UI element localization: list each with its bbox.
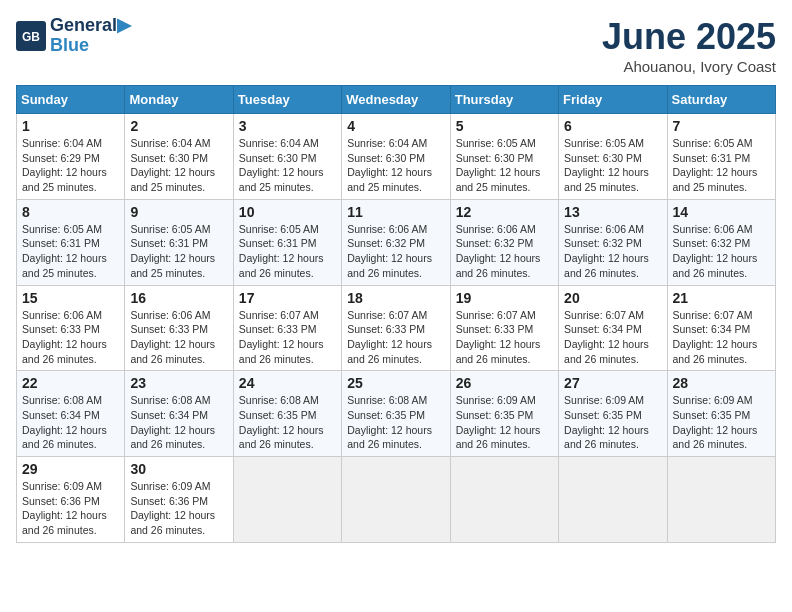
day-info: Sunrise: 6:04 AM Sunset: 6:30 PM Dayligh… (130, 136, 227, 195)
day-number: 26 (456, 375, 553, 391)
day-cell: 30Sunrise: 6:09 AM Sunset: 6:36 PM Dayli… (125, 457, 233, 543)
day-cell: 11Sunrise: 6:06 AM Sunset: 6:32 PM Dayli… (342, 199, 450, 285)
day-cell: 20Sunrise: 6:07 AM Sunset: 6:34 PM Dayli… (559, 285, 667, 371)
day-info: Sunrise: 6:05 AM Sunset: 6:30 PM Dayligh… (456, 136, 553, 195)
day-cell: 10Sunrise: 6:05 AM Sunset: 6:31 PM Dayli… (233, 199, 341, 285)
day-cell: 22Sunrise: 6:08 AM Sunset: 6:34 PM Dayli… (17, 371, 125, 457)
day-cell: 7Sunrise: 6:05 AM Sunset: 6:31 PM Daylig… (667, 114, 775, 200)
day-info: Sunrise: 6:09 AM Sunset: 6:36 PM Dayligh… (22, 479, 119, 538)
day-cell: 23Sunrise: 6:08 AM Sunset: 6:34 PM Dayli… (125, 371, 233, 457)
day-number: 10 (239, 204, 336, 220)
day-info: Sunrise: 6:04 AM Sunset: 6:30 PM Dayligh… (239, 136, 336, 195)
day-cell: 12Sunrise: 6:06 AM Sunset: 6:32 PM Dayli… (450, 199, 558, 285)
day-info: Sunrise: 6:06 AM Sunset: 6:32 PM Dayligh… (673, 222, 770, 281)
week-row-3: 15Sunrise: 6:06 AM Sunset: 6:33 PM Dayli… (17, 285, 776, 371)
day-info: Sunrise: 6:06 AM Sunset: 6:33 PM Dayligh… (130, 308, 227, 367)
day-info: Sunrise: 6:06 AM Sunset: 6:32 PM Dayligh… (564, 222, 661, 281)
day-info: Sunrise: 6:07 AM Sunset: 6:33 PM Dayligh… (239, 308, 336, 367)
week-row-4: 22Sunrise: 6:08 AM Sunset: 6:34 PM Dayli… (17, 371, 776, 457)
day-number: 23 (130, 375, 227, 391)
day-info: Sunrise: 6:08 AM Sunset: 6:34 PM Dayligh… (130, 393, 227, 452)
day-number: 14 (673, 204, 770, 220)
day-cell: 2Sunrise: 6:04 AM Sunset: 6:30 PM Daylig… (125, 114, 233, 200)
day-number: 8 (22, 204, 119, 220)
day-info: Sunrise: 6:06 AM Sunset: 6:32 PM Dayligh… (456, 222, 553, 281)
day-cell: 18Sunrise: 6:07 AM Sunset: 6:33 PM Dayli… (342, 285, 450, 371)
weekday-header: SundayMondayTuesdayWednesdayThursdayFrid… (17, 86, 776, 114)
logo-text: General▶ Blue (50, 16, 131, 56)
day-number: 22 (22, 375, 119, 391)
day-cell: 27Sunrise: 6:09 AM Sunset: 6:35 PM Dayli… (559, 371, 667, 457)
day-info: Sunrise: 6:07 AM Sunset: 6:33 PM Dayligh… (347, 308, 444, 367)
day-cell: 25Sunrise: 6:08 AM Sunset: 6:35 PM Dayli… (342, 371, 450, 457)
calendar: SundayMondayTuesdayWednesdayThursdayFrid… (16, 85, 776, 543)
weekday-header-sunday: Sunday (17, 86, 125, 114)
day-number: 18 (347, 290, 444, 306)
day-number: 20 (564, 290, 661, 306)
day-info: Sunrise: 6:07 AM Sunset: 6:33 PM Dayligh… (456, 308, 553, 367)
title-area: June 2025 Ahouanou, Ivory Coast (602, 16, 776, 75)
day-number: 29 (22, 461, 119, 477)
day-cell (233, 457, 341, 543)
day-number: 4 (347, 118, 444, 134)
day-info: Sunrise: 6:08 AM Sunset: 6:35 PM Dayligh… (347, 393, 444, 452)
day-cell: 16Sunrise: 6:06 AM Sunset: 6:33 PM Dayli… (125, 285, 233, 371)
logo: GB General▶ Blue (16, 16, 131, 56)
weekday-header-wednesday: Wednesday (342, 86, 450, 114)
day-info: Sunrise: 6:07 AM Sunset: 6:34 PM Dayligh… (564, 308, 661, 367)
weekday-header-tuesday: Tuesday (233, 86, 341, 114)
day-info: Sunrise: 6:04 AM Sunset: 6:30 PM Dayligh… (347, 136, 444, 195)
day-number: 11 (347, 204, 444, 220)
day-info: Sunrise: 6:05 AM Sunset: 6:31 PM Dayligh… (130, 222, 227, 281)
day-cell: 8Sunrise: 6:05 AM Sunset: 6:31 PM Daylig… (17, 199, 125, 285)
location-title: Ahouanou, Ivory Coast (602, 58, 776, 75)
day-number: 9 (130, 204, 227, 220)
day-cell (667, 457, 775, 543)
weekday-header-monday: Monday (125, 86, 233, 114)
day-cell: 9Sunrise: 6:05 AM Sunset: 6:31 PM Daylig… (125, 199, 233, 285)
day-info: Sunrise: 6:06 AM Sunset: 6:33 PM Dayligh… (22, 308, 119, 367)
weekday-header-thursday: Thursday (450, 86, 558, 114)
day-info: Sunrise: 6:05 AM Sunset: 6:31 PM Dayligh… (22, 222, 119, 281)
day-number: 15 (22, 290, 119, 306)
day-number: 6 (564, 118, 661, 134)
day-number: 7 (673, 118, 770, 134)
day-number: 3 (239, 118, 336, 134)
day-info: Sunrise: 6:05 AM Sunset: 6:30 PM Dayligh… (564, 136, 661, 195)
week-row-5: 29Sunrise: 6:09 AM Sunset: 6:36 PM Dayli… (17, 457, 776, 543)
week-row-2: 8Sunrise: 6:05 AM Sunset: 6:31 PM Daylig… (17, 199, 776, 285)
day-number: 25 (347, 375, 444, 391)
day-number: 1 (22, 118, 119, 134)
day-number: 21 (673, 290, 770, 306)
day-cell: 14Sunrise: 6:06 AM Sunset: 6:32 PM Dayli… (667, 199, 775, 285)
day-cell: 21Sunrise: 6:07 AM Sunset: 6:34 PM Dayli… (667, 285, 775, 371)
day-info: Sunrise: 6:04 AM Sunset: 6:29 PM Dayligh… (22, 136, 119, 195)
day-number: 12 (456, 204, 553, 220)
day-number: 24 (239, 375, 336, 391)
day-cell: 26Sunrise: 6:09 AM Sunset: 6:35 PM Dayli… (450, 371, 558, 457)
day-number: 5 (456, 118, 553, 134)
header: GB General▶ Blue June 2025 Ahouanou, Ivo… (16, 16, 776, 75)
day-cell: 13Sunrise: 6:06 AM Sunset: 6:32 PM Dayli… (559, 199, 667, 285)
day-cell: 1Sunrise: 6:04 AM Sunset: 6:29 PM Daylig… (17, 114, 125, 200)
day-cell: 24Sunrise: 6:08 AM Sunset: 6:35 PM Dayli… (233, 371, 341, 457)
calendar-body: 1Sunrise: 6:04 AM Sunset: 6:29 PM Daylig… (17, 114, 776, 543)
day-number: 27 (564, 375, 661, 391)
day-cell: 4Sunrise: 6:04 AM Sunset: 6:30 PM Daylig… (342, 114, 450, 200)
day-number: 19 (456, 290, 553, 306)
day-info: Sunrise: 6:09 AM Sunset: 6:35 PM Dayligh… (564, 393, 661, 452)
day-cell: 29Sunrise: 6:09 AM Sunset: 6:36 PM Dayli… (17, 457, 125, 543)
day-cell: 3Sunrise: 6:04 AM Sunset: 6:30 PM Daylig… (233, 114, 341, 200)
weekday-header-saturday: Saturday (667, 86, 775, 114)
day-info: Sunrise: 6:09 AM Sunset: 6:35 PM Dayligh… (673, 393, 770, 452)
day-cell (450, 457, 558, 543)
day-info: Sunrise: 6:07 AM Sunset: 6:34 PM Dayligh… (673, 308, 770, 367)
week-row-1: 1Sunrise: 6:04 AM Sunset: 6:29 PM Daylig… (17, 114, 776, 200)
day-number: 16 (130, 290, 227, 306)
day-cell: 15Sunrise: 6:06 AM Sunset: 6:33 PM Dayli… (17, 285, 125, 371)
day-cell (559, 457, 667, 543)
day-cell: 5Sunrise: 6:05 AM Sunset: 6:30 PM Daylig… (450, 114, 558, 200)
day-cell: 6Sunrise: 6:05 AM Sunset: 6:30 PM Daylig… (559, 114, 667, 200)
svg-text:GB: GB (22, 30, 40, 44)
logo-icon: GB (16, 21, 46, 51)
